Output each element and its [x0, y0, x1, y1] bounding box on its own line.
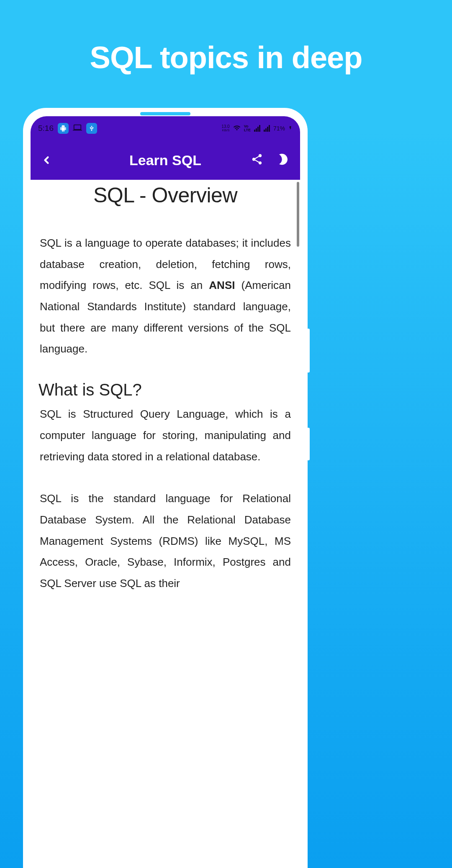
phone-frame: 5:16 13.0 KB/S VoLTE [23, 108, 308, 868]
status-right: 13.0 KB/S VoLTE [221, 124, 293, 133]
scroll-indicator[interactable] [297, 182, 299, 247]
signal-icon-1 [254, 125, 260, 132]
share-icon[interactable] [251, 153, 263, 167]
overview-paragraph: SQL is a language to operate databases; … [40, 232, 291, 360]
volume-button [306, 329, 310, 373]
battery-text: 71% [273, 125, 285, 132]
status-left: 5:16 [38, 123, 97, 134]
back-button[interactable] [41, 151, 57, 170]
status-bar: 5:16 13.0 KB/S VoLTE [31, 116, 300, 140]
app-title: Learn SQL [129, 152, 201, 168]
power-button [306, 428, 310, 460]
app-header: Learn SQL [31, 140, 300, 180]
dark-mode-icon[interactable] [277, 153, 290, 168]
page-heading: SQL - Overview [40, 183, 291, 207]
signal-icon-2 [264, 125, 270, 132]
promo-title: SQL topics in deep [0, 0, 452, 75]
android-icon [58, 123, 69, 134]
phone-screen: 5:16 13.0 KB/S VoLTE [31, 116, 300, 868]
volte-icon: VoLTE [244, 125, 251, 132]
laptop-icon [73, 123, 82, 134]
status-time: 5:16 [38, 124, 54, 133]
data-speed: 13.0 KB/S [221, 125, 229, 132]
section-heading: What is SQL? [39, 380, 291, 399]
speaker-notch [140, 112, 190, 115]
charging-icon [288, 125, 293, 133]
wifi-icon [233, 124, 241, 133]
header-actions [251, 153, 290, 168]
usb-icon [86, 123, 97, 134]
rdms-paragraph: SQL is the standard language for Relatio… [40, 488, 291, 594]
content-area[interactable]: SQL - Overview SQL is a language to oper… [31, 180, 300, 868]
what-is-sql-paragraph: SQL is Structured Query Language, which … [40, 403, 291, 467]
